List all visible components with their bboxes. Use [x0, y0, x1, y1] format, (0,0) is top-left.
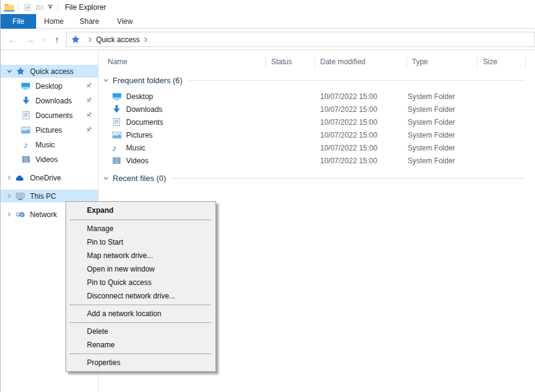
- file-row-documents[interactable]: Documents 10/07/2022 15:00 System Folder: [99, 116, 535, 129]
- breadcrumb-chevron-icon[interactable]: [88, 37, 92, 43]
- music-icon: ♪: [112, 143, 122, 153]
- menu-item-map-network-drive[interactable]: Map network drive...: [66, 249, 215, 262]
- group-header-frequent-folders[interactable]: Frequent folders (6): [99, 74, 535, 86]
- tab-share[interactable]: Share: [72, 14, 107, 29]
- chevron-right-icon[interactable]: [6, 193, 13, 199]
- titlebar-separator: [18, 3, 18, 12]
- sidebar-item-downloads[interactable]: Downloads: [1, 94, 98, 107]
- sidebar-item-label: Music: [36, 141, 54, 149]
- file-row-downloads[interactable]: Downloads 10/07/2022 15:00 System Folder: [99, 103, 535, 116]
- column-separator: [315, 56, 315, 67]
- file-explorer-window: ▾ File Explorer File Home Share View ← →…: [0, 0, 535, 392]
- file-name: Music: [126, 142, 145, 155]
- menu-item-expand[interactable]: Expand: [66, 204, 215, 218]
- pictures-icon: [21, 125, 31, 135]
- sidebar-item-onedrive[interactable]: OneDrive: [1, 171, 98, 184]
- properties-icon[interactable]: [21, 2, 34, 13]
- file-type: System Folder: [408, 116, 455, 129]
- chevron-down-icon[interactable]: [103, 78, 109, 83]
- menu-item-rename[interactable]: Rename: [66, 338, 215, 352]
- file-type: System Folder: [408, 103, 455, 116]
- column-separator: [406, 56, 407, 67]
- sidebar-item-label: Quick access: [30, 67, 73, 76]
- up-icon[interactable]: ↑: [48, 34, 65, 45]
- sidebar-item-label: Desktop: [36, 82, 62, 91]
- group-header-recent-files[interactable]: Recent files (0): [99, 172, 535, 184]
- onedrive-cloud-icon: [15, 173, 25, 183]
- forward-icon[interactable]: →: [21, 34, 39, 45]
- sidebar-item-music[interactable]: ♪ Music: [1, 138, 98, 151]
- downloads-icon: [112, 105, 122, 114]
- sidebar-item-desktop[interactable]: Desktop: [1, 80, 98, 92]
- chevron-right-icon[interactable]: [6, 175, 13, 180]
- sidebar-item-label: Network: [30, 210, 57, 219]
- sidebar-item-this-pc[interactable]: This PC: [1, 190, 98, 202]
- file-type: System Folder: [408, 129, 455, 142]
- column-header-size[interactable]: Size: [483, 55, 497, 68]
- column-header-status[interactable]: Status: [271, 55, 292, 68]
- column-header-type[interactable]: Type: [412, 55, 428, 68]
- menu-item-properties[interactable]: Properties: [66, 356, 215, 369]
- titlebar: ▾ File Explorer: [1, 0, 535, 14]
- desktop-icon: [21, 81, 31, 91]
- ribbon-tabs: File Home Share View: [1, 14, 535, 29]
- menu-separator: [69, 305, 211, 305]
- address-bar[interactable]: Quick access: [66, 32, 535, 47]
- pin-icon: [84, 111, 92, 119]
- menu-item-disconnect-network-drive[interactable]: Disconnect network drive...: [66, 289, 215, 303]
- column-separator: [477, 56, 477, 67]
- file-explorer-logo-icon: [4, 2, 15, 12]
- file-date: 10/07/2022 15:00: [320, 116, 377, 129]
- file-row-desktop[interactable]: Desktop 10/07/2022 15:00 System Folder: [99, 91, 535, 103]
- menu-item-add-network-location[interactable]: Add a network location: [66, 307, 215, 320]
- tab-file[interactable]: File: [1, 14, 36, 29]
- file-name: Videos: [126, 155, 148, 168]
- sidebar-item-quick-access[interactable]: Quick access: [1, 65, 98, 78]
- sidebar-item-documents[interactable]: Documents: [1, 109, 98, 122]
- file-date: 10/07/2022 15:00: [320, 129, 377, 142]
- tab-view[interactable]: View: [107, 14, 143, 29]
- file-date: 10/07/2022 15:00: [320, 142, 377, 155]
- file-row-music[interactable]: ♪ Music 10/07/2022 15:00 System Folder: [99, 142, 535, 155]
- column-header-name[interactable]: Name: [108, 55, 127, 68]
- breadcrumb-location[interactable]: Quick access: [96, 35, 140, 44]
- quick-access-star-icon: [15, 67, 25, 76]
- sidebar-item-pictures[interactable]: Pictures: [1, 124, 98, 136]
- file-row-videos[interactable]: Videos 10/07/2022 15:00 System Folder: [99, 155, 535, 168]
- breadcrumb-chevron-icon[interactable]: [143, 37, 148, 43]
- new-folder-icon[interactable]: [34, 2, 46, 13]
- chevron-down-icon[interactable]: [103, 176, 109, 181]
- menu-item-manage[interactable]: Manage: [66, 222, 215, 235]
- file-name: Documents: [126, 116, 163, 129]
- customize-toolbar-icon[interactable]: ▾: [46, 4, 54, 10]
- pin-icon: [84, 97, 92, 105]
- group-label: Frequent folders (6): [113, 76, 182, 85]
- menu-item-pin-to-start[interactable]: Pin to Start: [66, 235, 215, 249]
- this-pc-context-menu: Expand Manage Pin to Start Map network d…: [65, 201, 216, 372]
- sidebar-item-label: OneDrive: [30, 174, 61, 182]
- file-row-pictures[interactable]: Pictures 10/07/2022 15:00 System Folder: [99, 129, 535, 142]
- sidebar-item-label: Downloads: [36, 97, 72, 105]
- documents-icon: [21, 111, 31, 120]
- quick-access-star-icon: [71, 35, 80, 44]
- window-title: File Explorer: [65, 3, 106, 12]
- back-icon[interactable]: ←: [4, 34, 21, 45]
- menu-item-pin-to-quick-access[interactable]: Pin to Quick access: [66, 276, 215, 289]
- tab-home[interactable]: Home: [36, 14, 72, 29]
- sidebar-item-label: Documents: [36, 111, 73, 120]
- this-pc-icon: [15, 191, 25, 201]
- column-header-date-modified[interactable]: Date modified: [320, 55, 365, 68]
- file-name: Desktop: [126, 91, 153, 103]
- chevron-right-icon[interactable]: [6, 212, 13, 217]
- file-type: System Folder: [408, 142, 455, 155]
- menu-item-delete[interactable]: Delete: [66, 325, 215, 338]
- menu-item-open-in-new-window[interactable]: Open in new window: [66, 262, 215, 276]
- file-type: System Folder: [408, 91, 455, 103]
- network-icon: [15, 210, 25, 220]
- sidebar-item-videos[interactable]: Videos: [1, 153, 98, 166]
- recent-locations-icon[interactable]: ˅: [39, 37, 48, 43]
- videos-icon: [21, 155, 31, 165]
- menu-separator: [69, 353, 211, 354]
- chevron-down-icon[interactable]: [6, 68, 13, 74]
- group-divider: [172, 178, 525, 179]
